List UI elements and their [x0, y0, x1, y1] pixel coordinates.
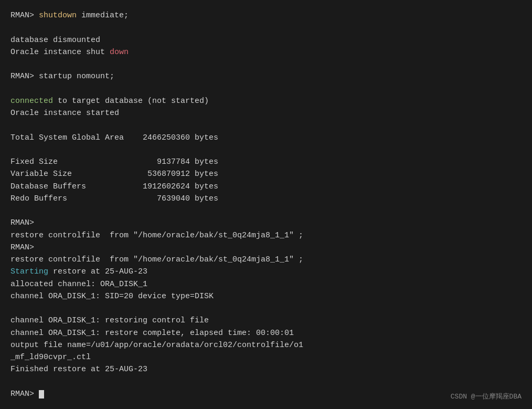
terminal-line: channel ORA_DISK_1: SID=20 device type=D…	[10, 290, 522, 302]
output-text: channel ORA_DISK_1: restore complete, el…	[10, 329, 294, 338]
output-text: restore at 25-AUG-23	[48, 267, 147, 276]
keyword-connected: connected	[10, 97, 53, 106]
terminal-line	[10, 144, 522, 156]
command-args: immediate;	[77, 11, 129, 20]
terminal-line	[10, 376, 522, 388]
terminal-line: Database Buffers 1912602624 bytes	[10, 181, 522, 193]
output-text: Oracle instance started	[10, 109, 119, 118]
output-text: Oracle instance shut	[10, 48, 110, 57]
terminal-line: RMAN> startup nomount;	[10, 70, 522, 82]
terminal-content: RMAN> shutdown immediate; database dismo…	[10, 9, 522, 400]
command-keyword: shutdown	[39, 11, 77, 20]
output-text: Database Buffers 1912602624 bytes	[10, 182, 218, 191]
terminal-line: output file name=/u01/app/oracle/oradata…	[10, 339, 522, 351]
output-text: channel ORA_DISK_1: restoring control fi…	[10, 316, 209, 325]
terminal-line	[10, 58, 522, 70]
terminal-line	[10, 83, 522, 95]
output-text: allocated channel: ORA_DISK_1	[10, 280, 147, 289]
output-text: Variable Size 536870912 bytes	[10, 170, 218, 179]
output-text: Total System Global Area 2466250360 byte…	[10, 133, 218, 142]
output-text: Redo Buffers 7639040 bytes	[10, 194, 218, 203]
terminal-window: RMAN> shutdown immediate; database dismo…	[0, 0, 532, 409]
terminal-line: _mf_ld90cvpr_.ctl	[10, 351, 522, 363]
terminal-line: Redo Buffers 7639040 bytes	[10, 193, 522, 205]
output-text: to target database (not started)	[53, 97, 209, 106]
terminal-prompt-line: RMAN>	[10, 388, 522, 400]
terminal-line	[10, 302, 522, 314]
output-text: Fixed Size 9137784 bytes	[10, 158, 218, 166]
terminal-line	[10, 22, 522, 34]
output-text: _mf_ld90cvpr_.ctl	[10, 353, 91, 362]
terminal-line: allocated channel: ORA_DISK_1	[10, 278, 522, 290]
output-text: Finished restore at 25-AUG-23	[10, 365, 147, 374]
terminal-cursor	[39, 390, 44, 398]
prompt-text: RMAN>	[10, 72, 39, 81]
terminal-line: channel ORA_DISK_1: restore complete, el…	[10, 327, 522, 339]
prompt-text: RMAN>	[10, 243, 34, 252]
terminal-line: RMAN>	[10, 217, 522, 229]
terminal-line: database dismounted	[10, 34, 522, 46]
terminal-line: restore controlfile from "/home/oracle/b…	[10, 229, 522, 242]
watermark-text: CSDN @一位摩羯座DBA	[451, 392, 522, 402]
terminal-line: Finished restore at 25-AUG-23	[10, 363, 522, 375]
terminal-line: restore controlfile from "/home/oracle/b…	[10, 254, 522, 266]
terminal-line: connected to target database (not starte…	[10, 95, 522, 107]
output-text: database dismounted	[10, 36, 100, 45]
terminal-line: RMAN> shutdown immediate;	[10, 9, 522, 22]
prompt-text: RMAN>	[10, 11, 39, 20]
terminal-line	[10, 205, 522, 217]
terminal-line: Starting restore at 25-AUG-23	[10, 266, 522, 278]
keyword-down: down	[110, 48, 129, 57]
terminal-line	[10, 119, 522, 131]
output-text: output file name=/u01/app/oracle/oradata…	[10, 341, 303, 350]
terminal-line: Variable Size 536870912 bytes	[10, 168, 522, 180]
keyword-starting: Starting	[10, 267, 48, 276]
output-text: restore controlfile from "/home/oracle/b…	[10, 255, 303, 264]
command-text: startup nomount;	[39, 72, 114, 81]
prompt-text: RMAN>	[10, 218, 34, 227]
terminal-line: channel ORA_DISK_1: restoring control fi…	[10, 314, 522, 327]
terminal-line: RMAN>	[10, 242, 522, 254]
terminal-line: Fixed Size 9137784 bytes	[10, 156, 522, 168]
terminal-line: Oracle instance started	[10, 107, 522, 119]
prompt-text: RMAN>	[10, 390, 39, 398]
terminal-line: Total System Global Area 2466250360 byte…	[10, 132, 522, 144]
terminal-line: Oracle instance shut down	[10, 46, 522, 58]
output-text: channel ORA_DISK_1: SID=20 device type=D…	[10, 292, 214, 301]
output-text: restore controlfile from "/home/oracle/b…	[10, 231, 303, 240]
